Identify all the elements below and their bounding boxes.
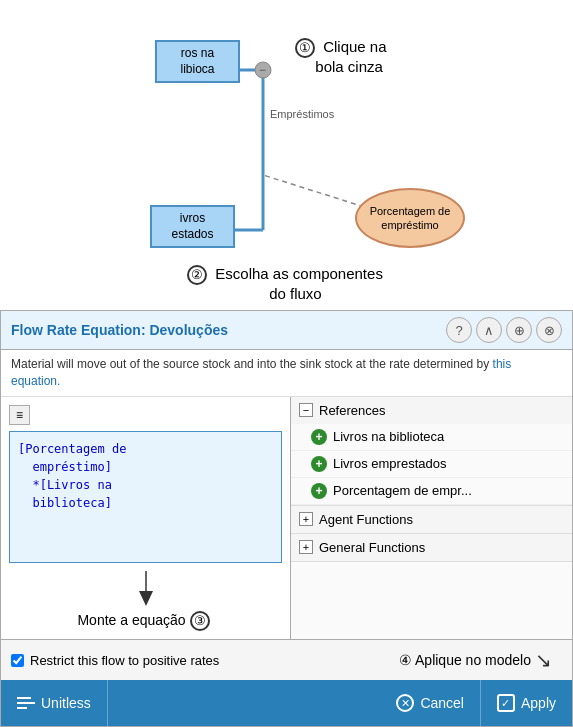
ref-livros-biblioteca-label: Livros na biblioteca	[333, 429, 444, 444]
step2-label: ② Escolha as componentes do fluxo	[90, 265, 480, 302]
add-livros-emprestados-icon: +	[311, 456, 327, 472]
unitless-label: Unitless	[41, 695, 91, 711]
panel-header-icons: ? ∧ ⊕ ⊗	[446, 317, 562, 343]
action-buttons: Unitless ✕ Cancel ✓ Apply	[1, 680, 572, 726]
eq-menu-btn[interactable]: ≡	[9, 405, 30, 425]
panel-header: Flow Rate Equation: Devoluções ? ∧ ⊕ ⊗	[1, 311, 572, 350]
collapse-button[interactable]: ∧	[476, 317, 502, 343]
positive-rates-checkbox[interactable]	[11, 654, 24, 667]
bottom-bar: Restrict this flow to positive rates ④ A…	[1, 639, 572, 680]
agent-functions-header[interactable]: + Agent Functions	[291, 506, 572, 533]
references-section-header[interactable]: − References	[291, 397, 572, 424]
general-functions-section: + General Functions	[291, 534, 572, 562]
cancel-label: Cancel	[420, 695, 464, 711]
positive-rates-label: Restrict this flow to positive rates	[30, 653, 219, 668]
general-functions-header[interactable]: + General Functions	[291, 534, 572, 561]
equation-box[interactable]: [Porcentagem de empréstimo] *[Livros na …	[9, 431, 282, 563]
references-section: − References + Livros na biblioteca + Li…	[291, 397, 572, 506]
references-panel[interactable]: − References + Livros na biblioteca + Li…	[291, 397, 572, 639]
arrow-label-emprestimos: Empréstimos	[270, 108, 334, 120]
apply-icon: ✓	[497, 694, 515, 712]
agent-functions-expand-icon: +	[299, 512, 313, 526]
step4-arrow-icon: ↘	[535, 648, 552, 672]
eq-toolbar: ≡	[9, 405, 282, 425]
svg-text:−: −	[259, 63, 266, 77]
oval-porcentagem[interactable]: Porcentagem deempréstimo	[355, 188, 465, 248]
apply-button[interactable]: ✓ Apply	[481, 680, 572, 726]
annotation-arrow-svg	[106, 571, 186, 611]
close-button[interactable]: ⊗	[536, 317, 562, 343]
svg-point-6	[255, 62, 271, 78]
panel-title: Flow Rate Equation: Devoluções	[11, 322, 228, 338]
panel-description: Material will move out of the source sto…	[1, 350, 572, 397]
svg-marker-9	[139, 591, 153, 606]
equation-panel: Flow Rate Equation: Devoluções ? ∧ ⊕ ⊗ M…	[0, 310, 573, 727]
ref-item-porcentagem[interactable]: + Porcentagem de empr...	[291, 478, 572, 505]
ref-livros-emprestados-label: Livros emprestados	[333, 456, 446, 471]
diagram-area: − ros nalibioca ivrosestados Porcentagem…	[0, 0, 573, 310]
step4-label: ④ Aplique no modelo	[399, 652, 531, 668]
box-livros-biblioteca[interactable]: ros nalibioca	[155, 40, 240, 83]
equation-area: ≡ [Porcentagem de empréstimo] *[Livros n…	[1, 397, 291, 639]
cancel-icon: ✕	[396, 694, 414, 712]
move-button[interactable]: ⊕	[506, 317, 532, 343]
box-livros-emprestados[interactable]: ivrosestados	[150, 205, 235, 248]
agent-functions-label: Agent Functions	[319, 512, 413, 527]
step1-label: ① Clique na bola cinza	[295, 38, 387, 75]
general-functions-expand-icon: +	[299, 540, 313, 554]
diagram-svg: −	[0, 0, 573, 310]
ref-porcentagem-label: Porcentagem de empr...	[333, 483, 472, 498]
equation-annotation-area: Monte a equação ③	[9, 571, 282, 631]
checkbox-row: Restrict this flow to positive rates	[11, 653, 399, 668]
agent-functions-section: + Agent Functions	[291, 506, 572, 534]
unitless-icon	[17, 697, 35, 709]
add-livros-biblioteca-icon: +	[311, 429, 327, 445]
help-button[interactable]: ?	[446, 317, 472, 343]
references-label: References	[319, 403, 385, 418]
apply-label: Apply	[521, 695, 556, 711]
equation-step-label: Monte a equação ③	[9, 611, 282, 631]
references-collapse-icon: −	[299, 403, 313, 417]
unitless-button[interactable]: Unitless	[1, 680, 108, 726]
step4-row: ④ Aplique no modelo ↘	[399, 646, 562, 674]
general-functions-label: General Functions	[319, 540, 425, 555]
ref-item-livros-emprestados[interactable]: + Livros emprestados	[291, 451, 572, 478]
add-porcentagem-icon: +	[311, 483, 327, 499]
panel-body: ≡ [Porcentagem de empréstimo] *[Livros n…	[1, 397, 572, 639]
ref-item-livros-biblioteca[interactable]: + Livros na biblioteca	[291, 424, 572, 451]
cancel-button[interactable]: ✕ Cancel	[380, 680, 481, 726]
